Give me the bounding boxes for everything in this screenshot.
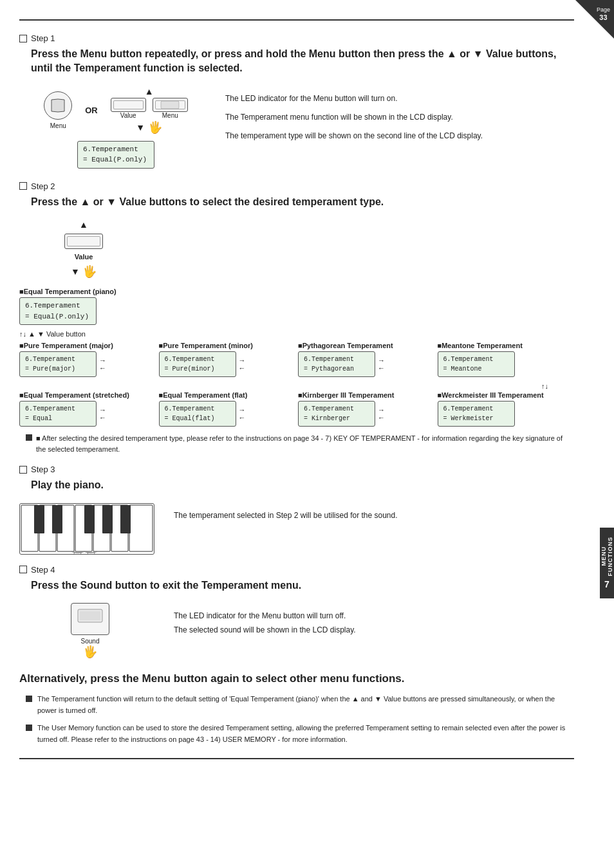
- temp-pure-major-row: 6.Temperament= Pure(major) → ←: [19, 351, 156, 377]
- svg-rect-9: [52, 505, 62, 533]
- temp-meantone: ■Meantone Temperament 6.Temperament= Mea…: [438, 342, 575, 377]
- step4-hand-icon: 🖐: [83, 645, 97, 659]
- temp-equal-flat: ■Equal Temperament (flat) 6.Temperament=…: [159, 391, 296, 427]
- step2-checkbox: [19, 182, 27, 190]
- step2-value-label: Value: [75, 253, 93, 261]
- step4-header: Step 4: [19, 565, 574, 575]
- or-text: OR: [85, 106, 98, 115]
- svg-rect-7: [129, 505, 153, 551]
- step3-header: Step 3: [19, 465, 574, 474]
- step2-description: Press the ▲ or ▼ Value buttons to select…: [31, 195, 574, 209]
- step1-label: Step 1: [31, 33, 55, 43]
- temp-eq-str-lcd: 6.Temperament= Equal: [19, 401, 97, 427]
- lcd-display-step1: 6.Temperament= Equal(P.only): [77, 141, 154, 169]
- temp-pure-major-lcd: 6.Temperament= Pure(major): [19, 351, 97, 377]
- step2-content: ▲ Value ▼ 🖐: [19, 219, 574, 279]
- svg-rect-14: [80, 611, 100, 620]
- temp-pure-major: ■Pure Temperament (major) 6.Temperament=…: [19, 342, 156, 377]
- temp-pyth-lcd: 6.Temperament= Pythagorean: [298, 351, 375, 377]
- step1-note1: The LED indicator for the Menu button wi…: [225, 93, 574, 105]
- note-bullet: [26, 434, 32, 441]
- step4-note1: The LED indicator for the Menu button wi…: [174, 609, 574, 623]
- step2-label: Step 2: [31, 181, 55, 191]
- step1-note3: The temperament type will be shown on th…: [225, 130, 574, 142]
- step4-note2: The selected sound will be shown in the …: [174, 623, 574, 638]
- main-content: Step 1 Press the Menu button repeatedly,…: [0, 0, 600, 779]
- temp-row1: ■Pure Temperament (major) 6.Temperament=…: [19, 342, 574, 377]
- pure-major-arrows: → ←: [99, 356, 106, 372]
- side-tab: MENUFUNCTIONS 7: [600, 528, 614, 598]
- sound-btn-group: Sound 🖐: [71, 603, 109, 659]
- alt-bullet2: The User Memory function can be used to …: [19, 723, 574, 745]
- temperament-section: ■Equal Temperament (piano) 6.Temperament…: [19, 288, 574, 454]
- step1-notes: The LED indicator for the Menu button wi…: [225, 86, 574, 169]
- alternative-section: Alternatively, press the Menu button aga…: [19, 672, 574, 745]
- temp-equal-piano: ■Equal Temperament (piano) 6.Temperament…: [19, 288, 574, 325]
- kirnb-arrows: → ←: [378, 406, 385, 421]
- menu-btn-illus2: Menu: [153, 98, 188, 119]
- value-label: Value: [120, 112, 136, 119]
- step2-value-btn: [64, 234, 103, 249]
- temp-werckmeister: ■Werckmeister III Temperament 6.Temperam…: [438, 391, 575, 427]
- temp-pure-minor-lcd: 6.Temperament= Pure(minor): [159, 351, 236, 377]
- step2-down-row: ▼ 🖐: [71, 264, 97, 279]
- step3-label: Step 3: [31, 465, 55, 474]
- svg-rect-11: [102, 505, 113, 533]
- button-row: Menu OR ▲ Value: [44, 86, 188, 134]
- value-btn-group: ▲ Value ▼ 🖐: [64, 219, 103, 279]
- temp-kirnb-row: 6.Temperament= Kirnberger → ←: [298, 401, 435, 427]
- temp-kirnberger: ■Kirnberger III Temperament 6.Temperamen…: [298, 391, 435, 427]
- step2-header: Step 2: [19, 181, 574, 191]
- svg-rect-8: [34, 505, 44, 533]
- note-after-temp: ■ After selecting the desired temperamen…: [19, 433, 574, 454]
- menu-btn-box2: [153, 98, 188, 112]
- temp-equal-label: ■Equal Temperament (piano): [19, 288, 574, 295]
- step1-header: Step 1: [19, 33, 574, 43]
- step2-arrow-down: ▼: [71, 266, 80, 277]
- menu-round-btn: [44, 91, 72, 120]
- step1-description: Press the Menu button repeatedly, or pre…: [31, 47, 574, 76]
- step4-notes: The LED indicator for the Menu button wi…: [174, 603, 574, 659]
- temp-eq-flat-row: 6.Temperament= Equal(flat) → ←: [159, 401, 296, 427]
- alt-bullet2-text: The User Memory function can be used to …: [37, 723, 574, 745]
- svg-rect-0: [161, 101, 179, 109]
- step4-illustration: Sound 🖐: [19, 603, 161, 659]
- step3-description: Play the piano.: [31, 478, 574, 492]
- temp-eq-str-row: 6.Temperament= Equal → ←: [19, 401, 156, 427]
- temp-pure-minor: ■Pure Temperament (minor) 6.Temperament=…: [159, 342, 296, 377]
- temp-equal-row: 6.Temperament= Equal(P.only): [19, 297, 574, 325]
- temp-pure-minor-row: 6.Temperament= Pure(minor) → ←: [159, 351, 296, 377]
- svg-rect-12: [120, 505, 131, 533]
- arrow-up-icon: ▲: [145, 86, 154, 97]
- bottom-divider: [19, 758, 574, 759]
- down-arrow-row: ▼ 🖐: [136, 120, 162, 134]
- step2-hand-icon: 🖐: [82, 264, 97, 279]
- step3-content: The temperament selected in Step 2 will …: [19, 503, 574, 555]
- temp-equal-lcd: 6.Temperament= Equal(P.only): [19, 297, 97, 325]
- note-text: ■ After selecting the desired temperamen…: [36, 433, 574, 454]
- top-divider: [19, 19, 574, 21]
- step3-checkbox: [19, 466, 27, 474]
- temp-werck-row: 6.Temperament= Werkmeister: [438, 401, 575, 427]
- eq-str-arrows: → ←: [99, 406, 106, 421]
- piano-keyboard: [19, 503, 154, 555]
- temp-kirnb-lcd: 6.Temperament= Kirnberger: [298, 401, 375, 427]
- step4-content: Sound 🖐 The LED indicator for the Menu b…: [19, 603, 574, 659]
- step3-illustration: [19, 503, 161, 555]
- bullet-square-1: [26, 696, 32, 702]
- svg-rect-10: [84, 505, 95, 533]
- hand-icon: 🖐: [148, 120, 162, 134]
- page-number: Page 33: [597, 5, 610, 22]
- value-menu-group: ▲ Value: [111, 86, 188, 134]
- temp-meantone-row: 6.Temperament= Meantone: [438, 351, 575, 377]
- temp-row2: ■Equal Temperament (stretched) 6.Tempera…: [19, 391, 574, 427]
- arrow-indicator-row: ↑↓ ▲ ▼ Value button: [19, 330, 574, 338]
- temp-pyth-row: 6.Temperament= Pythagorean → ←: [298, 351, 435, 377]
- temp-meantone-lcd: 6.Temperament= Meantone: [438, 351, 515, 377]
- pure-minor-arrows: → ←: [239, 356, 246, 372]
- step2-illustration: ▲ Value ▼ 🖐: [19, 219, 148, 279]
- sound-btn-box: [71, 603, 109, 635]
- step1-note2: The Temperament menu function will be sh…: [225, 111, 574, 124]
- value-btn-arrow-label: ↑↓ ▲ ▼ Value button: [19, 330, 86, 338]
- step1-illustration: Menu OR ▲ Value: [19, 86, 212, 169]
